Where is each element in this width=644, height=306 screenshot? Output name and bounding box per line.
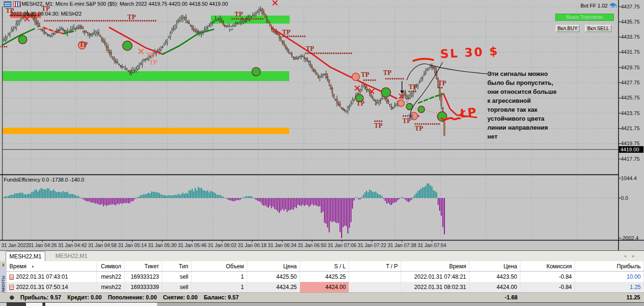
price-axis-label: 4419.75	[621, 141, 640, 146]
tab-mesh22-m1-inactive[interactable]: MESH22,M1	[49, 251, 94, 262]
column-header[interactable]: Прибыль	[575, 261, 644, 271]
summary-item: Баланс: 9.57	[204, 294, 239, 301]
bot-version-label: Bot FF 1.02	[581, 3, 608, 8]
commission-total: -1.68	[469, 293, 520, 303]
column-header[interactable]: Время▲	[7, 261, 97, 271]
tp-label: TP	[234, 11, 243, 18]
trade-cell	[349, 272, 401, 282]
chart-title: MESH22, M1: Micro E-mini S&P 500 ($5): M…	[22, 1, 228, 7]
trade-cell: sell	[162, 282, 192, 292]
trade-cell: 4423.50	[469, 272, 520, 282]
close-icon[interactable]: x	[0, 261, 7, 269]
tp-label: TP	[402, 117, 411, 124]
tab-scroll-right-icon[interactable]: ▸	[632, 253, 635, 258]
trade-cell: 2022.01.31 07:48:21	[401, 272, 469, 282]
expand-icon[interactable]: ⊕	[9, 294, 14, 301]
column-header[interactable]: Символ	[97, 261, 125, 271]
trade-cell: sell	[162, 272, 192, 282]
enable-sell-button[interactable]: Вкл.SELL	[585, 25, 611, 32]
profit-total: 11.25	[575, 293, 644, 303]
summary-item: Кредит: 0.00	[67, 294, 102, 301]
chart-type-icon[interactable]	[13, 1, 21, 7]
tp-label: TP	[79, 41, 88, 48]
trade-cell: 4425.50	[247, 272, 300, 282]
column-header[interactable]: S / L	[300, 261, 349, 271]
tab-mesh22-m1-active[interactable]: MESH22,M1	[6, 251, 45, 262]
trade-cell: 169333123	[125, 272, 162, 282]
current-price-tag: 4419.00	[619, 146, 644, 153]
price-axis-label: 4435.75	[621, 19, 640, 25]
trade-cell: 1	[192, 272, 247, 282]
indicator-axis-label: 0.0	[621, 195, 628, 201]
trading-toggle-button[interactable]: Выкл.Торговлю	[555, 14, 614, 21]
chart-subtitle: 2022.01.31 08:04:30; MESH22	[10, 11, 82, 17]
enable-buy-button[interactable]: Вкл.BUY	[556, 25, 579, 32]
indicator-axis-label: -2002.4	[621, 235, 638, 241]
trade-cell: 4424.25	[247, 282, 300, 292]
column-header[interactable]: Тикет	[125, 261, 162, 271]
time-axis-label: 31 Jan 07:54	[413, 242, 451, 248]
table-header: Время▲СимволТикетТипОбъемЦенаS / LT / PВ…	[7, 261, 644, 272]
chart-panel[interactable]: TPTPTPTPTPTPTPTPTPTPTPTPTPTPTPTPTP MESH2…	[0, 0, 644, 250]
trade-cell: mesh22	[97, 282, 125, 292]
bottom-tab-strip	[0, 302, 644, 306]
tp-label: TP	[146, 52, 155, 59]
summary-item: Снятие: 0.00	[163, 294, 198, 301]
trade-cell: mesh22	[97, 272, 125, 282]
chart-tab-bar: MESH22,M1 MESH22,M1 ◂ ▸	[0, 250, 644, 261]
lp-annotation: ŁP	[460, 105, 477, 120]
trade-row[interactable]: 2022.01.31 07:50:14mesh22169333339sell14…	[7, 282, 644, 292]
tp-label: TP	[438, 80, 446, 87]
trade-cell: -0.84	[520, 272, 575, 282]
graduation-cap-icon	[609, 2, 617, 9]
trade-cell: 1.25	[575, 282, 644, 292]
column-header[interactable]: Время	[401, 261, 469, 271]
indicator-axis-label: 1044.4	[621, 175, 637, 181]
tp-label: TP	[383, 69, 392, 76]
trade-cell	[349, 282, 401, 292]
price-axis-label: 4425.75	[621, 95, 640, 100]
summary-item: Пополнение: 0.00	[108, 294, 157, 301]
price-axis-label: 4421.75	[621, 125, 640, 131]
price-axis-label: 4423.75	[621, 110, 640, 116]
column-header[interactable]: Комиссия	[520, 261, 575, 271]
tp-label: TP	[356, 100, 365, 107]
summary-item: Прибыль: 9.57	[20, 294, 61, 301]
tp-label: TP	[127, 14, 136, 21]
bottom-strip-side	[0, 303, 7, 306]
trade-cell: 2022.01.31 08:02:31	[401, 282, 469, 292]
tp-label: TP	[415, 125, 423, 132]
tp-label: TP	[409, 83, 417, 91]
tab-scroll-left-icon[interactable]: ◂	[624, 253, 626, 258]
trade-cell: 1	[192, 282, 247, 292]
column-header[interactable]: T / P	[349, 261, 401, 271]
terminal-window: TPTPTPTPTPTPTPTPTPTPTPTPTPTPTPTPTP MESH2…	[0, 0, 644, 306]
trade-cell: 4425.25	[300, 272, 349, 282]
bottom-tab-a[interactable]	[26, 303, 42, 306]
trade-cell: 169333339	[125, 282, 162, 292]
column-header[interactable]: Объем	[192, 261, 247, 271]
summary-values: ⊕Прибыль: 9.57Кредит: 0.00Пополнение: 0.…	[7, 293, 469, 303]
column-header[interactable]: Тип	[162, 261, 192, 271]
trade-cell: -0.84	[520, 282, 575, 292]
column-header[interactable]: Цена	[469, 261, 520, 271]
column-header[interactable]: Цена	[247, 261, 300, 271]
trade-row[interactable]: 2022.01.31 07:43:01mesh22169333123sell14…	[7, 272, 644, 282]
sort-asc-icon: ▲	[31, 265, 34, 268]
tp-label: TP	[149, 59, 158, 66]
trader-note-annotation: Эти сигналы можно было бы пропустить, он…	[487, 69, 577, 141]
bottom-tab-b[interactable]	[45, 303, 157, 306]
price-axis-label: 4417.75	[621, 156, 640, 162]
quotes-list-icon[interactable]	[4, 1, 11, 7]
price-axis-label: 4437.75	[621, 4, 640, 9]
trade-cell: 4424.00	[300, 282, 349, 292]
price-axis-label: 4427.75	[621, 80, 640, 85]
price-axis-label: 4433.75	[621, 34, 640, 40]
trade-cell: 2022.01.31 07:43:01	[7, 272, 97, 282]
indicator-label: FundsEfficiency 0.0 -1738.0 -140.0	[4, 177, 84, 182]
tp-label: TP	[306, 45, 314, 52]
price-axis-label: 4429.75	[621, 65, 640, 70]
order-doc-icon	[9, 285, 14, 290]
trade-cell: 4424.00	[469, 282, 520, 292]
order-doc-icon	[9, 274, 14, 280]
